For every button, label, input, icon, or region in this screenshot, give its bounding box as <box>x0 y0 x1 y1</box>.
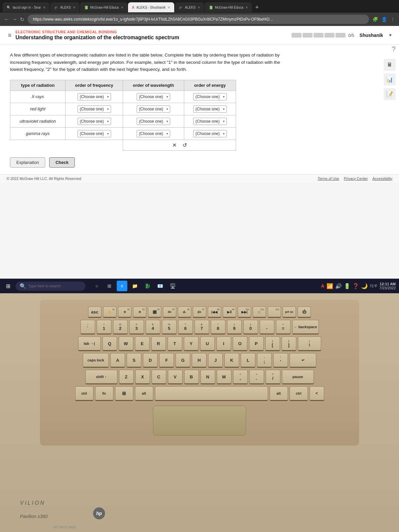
key-m[interactable]: M <box>217 370 231 384</box>
expand-button[interactable]: ≡ <box>7 31 13 40</box>
key-v[interactable]: V <box>168 370 183 384</box>
key-8[interactable]: *8 <box>211 320 225 334</box>
key-f12[interactable]: f12 <box>268 307 281 318</box>
chart-icon[interactable]: 📊 <box>384 73 396 85</box>
key-minus[interactable]: _- <box>260 320 274 334</box>
tab-aleks2[interactable]: 🎓 ALEKS ✕ <box>175 2 204 12</box>
key-arrow-left[interactable]: < <box>310 386 324 401</box>
tab-aleks-shushanik[interactable]: A ALEKS - Shushanik ✕ <box>128 2 174 12</box>
key-z[interactable]: Z <box>119 370 134 384</box>
select-wrapper-energy-redlight[interactable]: (Choose one) 1234 <box>193 105 227 113</box>
key-l[interactable]: L <box>241 353 255 368</box>
profile-icon[interactable]: 👤 <box>381 17 387 22</box>
select-wrapper-energy-xrays[interactable]: (Choose one) 1234 <box>193 93 227 100</box>
key-shift-right[interactable]: pause <box>282 370 314 384</box>
key-u[interactable]: U <box>200 336 215 351</box>
select-energy-redlight[interactable]: (Choose one) 1234 <box>193 105 227 113</box>
taskbar-icon-widget[interactable]: ⊞ <box>104 281 115 291</box>
taskbar-icon-browser[interactable]: e <box>117 281 127 291</box>
key-ctrl-left[interactable]: ctrl <box>75 386 93 401</box>
select-wrapper-wave-xrays[interactable]: (Choose one) 1234 <box>137 93 170 100</box>
key-ctrl-right[interactable]: ctrl <box>290 386 308 401</box>
key-f5[interactable]: f5do <box>163 307 176 318</box>
key-j[interactable]: J <box>208 353 223 368</box>
select-freq-uv[interactable]: (Choose one) 1234 <box>77 118 111 125</box>
key-f6[interactable]: f6d- <box>178 307 191 318</box>
reload-button[interactable]: ↻ <box>20 16 24 23</box>
undo-button[interactable]: ↺ <box>183 142 187 148</box>
select-wave-redlight[interactable]: (Choose one) 1234 <box>137 105 170 113</box>
select-wrapper-wave-redlight[interactable]: (Choose one) 1234 <box>137 105 170 113</box>
clear-button[interactable]: ✕ <box>172 142 177 148</box>
back-button[interactable]: ← <box>4 16 9 23</box>
key-4[interactable]: $4 <box>146 320 160 334</box>
key-capslock[interactable]: caps lock <box>83 353 109 368</box>
taskbar-icon-mail[interactable]: 📧 <box>155 281 165 291</box>
key-7[interactable]: &7 <box>195 320 209 334</box>
key-bracket-left[interactable]: {[ <box>265 336 280 351</box>
tab-laccd[interactable]: 🔍 laccd sign in - Sear ✕ <box>3 2 50 12</box>
key-3[interactable]: #3 <box>129 320 144 334</box>
select-wrapper-energy-uv[interactable]: (Choose one) 1234 <box>193 118 227 125</box>
new-tab-button[interactable]: + <box>253 4 262 11</box>
key-semicolon[interactable]: :; <box>257 353 272 368</box>
key-enter[interactable]: ↵ <box>290 353 316 368</box>
key-e[interactable]: E <box>135 336 150 351</box>
key-d[interactable]: D <box>143 353 158 368</box>
key-backspace[interactable]: ← backspace <box>292 320 319 334</box>
select-wrapper-freq-gamma[interactable]: (Choose one) 1234 <box>77 130 111 137</box>
key-b[interactable]: B <box>184 370 199 384</box>
key-f10[interactable]: f10▶▶| <box>238 307 251 318</box>
select-wrapper-freq-redlight[interactable]: (Choose one) 1234 <box>77 105 111 113</box>
select-energy-xrays[interactable]: (Choose one) 1234 <box>193 93 227 100</box>
taskbar-icon-app2[interactable]: 🖥️ <box>167 281 178 291</box>
key-backslash[interactable]: |\ <box>298 336 321 351</box>
taskbar-aleks-icon[interactable]: A <box>321 283 325 289</box>
select-freq-xrays[interactable]: (Choose one) 1234 <box>77 93 111 100</box>
key-g[interactable]: G <box>176 353 190 368</box>
user-dropdown-icon[interactable]: ▼ <box>388 33 392 38</box>
select-wrapper-freq-uv[interactable]: (Choose one) 1234 <box>77 118 111 125</box>
taskbar-icon-cortana[interactable]: ○ <box>91 281 102 291</box>
extensions-icon[interactable]: 🧩 <box>372 17 378 22</box>
key-f4[interactable]: f4⬛ <box>148 307 161 318</box>
select-wrapper-freq-xrays[interactable]: (Choose one) 1234 <box>77 93 111 100</box>
terms-link[interactable]: Terms of Use <box>318 177 339 181</box>
key-f11[interactable]: f11□ <box>253 307 266 318</box>
taskbar-icon-file[interactable]: 📁 <box>129 281 140 291</box>
explanation-button[interactable]: Explanation <box>10 157 45 168</box>
key-shift-left[interactable]: shift ↑ <box>85 370 117 384</box>
key-f3[interactable]: f3✶ <box>133 307 146 318</box>
help-icon[interactable]: ? <box>384 45 396 54</box>
key-slash[interactable]: ?/ <box>266 370 280 384</box>
select-wave-gamma[interactable]: (Choose one) 1234 <box>137 130 170 137</box>
key-space[interactable] <box>155 386 268 401</box>
key-p[interactable]: P <box>249 336 264 351</box>
key-equals[interactable]: += <box>276 320 291 334</box>
key-h[interactable]: H <box>192 353 206 368</box>
settings-icon[interactable]: ⋮ <box>390 17 395 22</box>
select-freq-redlight[interactable]: (Choose one) 1234 <box>77 105 111 113</box>
tab-aleks1[interactable]: 🎓 ALEKS ✕ <box>50 2 79 12</box>
key-1[interactable]: !1 <box>97 320 111 334</box>
key-period[interactable]: >. <box>249 370 264 384</box>
key-f7[interactable]: f7d+ <box>193 307 206 318</box>
key-windows[interactable]: ⊞ <box>115 386 133 401</box>
select-wave-xrays[interactable]: (Choose one) 1234 <box>137 93 170 100</box>
key-f2[interactable]: f2✶ <box>118 307 131 318</box>
touchpad[interactable] <box>153 406 246 436</box>
key-backtick[interactable]: ~` <box>80 320 95 334</box>
taskbar-wifi-icon[interactable]: 📶 <box>327 283 333 289</box>
key-r[interactable]: R <box>151 336 166 351</box>
key-quote[interactable]: "' <box>273 353 288 368</box>
select-wrapper-energy-gamma[interactable]: (Choose one) 1234 <box>193 130 227 137</box>
key-tab[interactable]: tab →| <box>78 336 101 351</box>
key-2[interactable]: @2 <box>113 320 128 334</box>
key-c[interactable]: C <box>152 370 166 384</box>
taskbar-search-input[interactable] <box>28 284 81 288</box>
url-input[interactable] <box>28 15 369 24</box>
accessibility-link[interactable]: Accessibility <box>372 177 392 181</box>
notes-icon[interactable]: 📝 <box>384 88 396 100</box>
privacy-link[interactable]: Privacy Center <box>344 177 368 181</box>
key-f[interactable]: F <box>159 353 174 368</box>
